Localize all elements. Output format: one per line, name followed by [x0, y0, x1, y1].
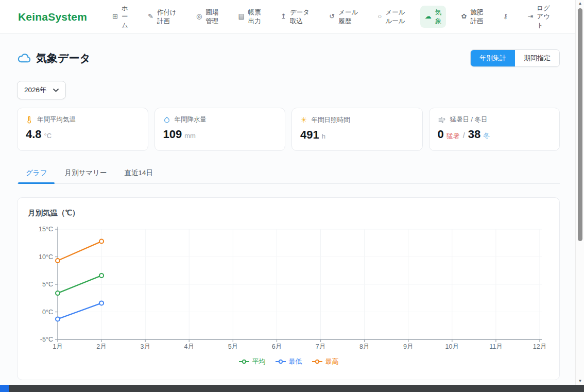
grid-icon: ⊞ [112, 12, 118, 21]
hot-days-value: 0 [438, 128, 444, 141]
nav-item-password-key[interactable]: ⚷ [499, 10, 513, 24]
svg-text:3月: 3月 [140, 343, 150, 350]
svg-text:11月: 11月 [489, 343, 502, 350]
key-icon: ⚷ [503, 12, 508, 21]
legend-item-max[interactable]: 最高 [312, 357, 339, 366]
stat-unit: mm [184, 132, 196, 140]
nav-item-label: 施肥 計画 [470, 8, 483, 25]
cloud-icon: ☁ [425, 12, 432, 21]
map-pin-icon: ◎ [196, 12, 202, 21]
stat-card-annual-avg-temp: 年間平均気温 4.8 °C [17, 108, 148, 151]
tab-recent-14days[interactable]: 直近14日 [115, 164, 162, 183]
chart-title: 月別気温（℃） [28, 208, 549, 218]
cloud-icon [17, 53, 31, 64]
nav-item-mail-rules[interactable]: ○メール ルール [373, 6, 410, 28]
svg-text:1月: 1月 [53, 343, 62, 350]
winter-days-value: 38 [468, 128, 480, 141]
nav-item-label: ログ アウ ト [537, 4, 550, 29]
stat-card-annual-precipitation: 年間降水量 109 mm [154, 108, 286, 151]
legend-marker-icon [275, 359, 286, 364]
pencil-icon: ✎ [148, 12, 153, 21]
stat-unit: h [322, 132, 325, 140]
legend-marker-icon [312, 359, 323, 364]
vertical-scrollbar[interactable]: ▲ ▼ [575, 0, 584, 385]
svg-text:15°C: 15°C [39, 226, 53, 233]
stat-label: 年間降水量 [175, 115, 207, 124]
stat-label: 年間日照時間 [311, 116, 350, 125]
nav-item-mail-history[interactable]: ↺メール 履歴 [324, 6, 363, 28]
stat-card-extreme-days: 猛暑日 / 冬日 0 猛暑 / 38 冬 [429, 108, 560, 151]
monthly-temperature-chart: 15°C10°C5°C0°C-5°C1月2月3月4月5月6月7月8月9月10月1… [28, 224, 549, 355]
scroll-down-arrow-icon[interactable]: ▼ [576, 379, 584, 383]
separator: / [463, 131, 465, 140]
main-nav: ⊞ホ ー ム✎作付け 計画◎圃場 管理▤帳票 出力↥データ 取込↺メール 履歴○… [108, 2, 568, 32]
nav-item-label: 作付け 計画 [157, 8, 177, 25]
svg-text:10月: 10月 [445, 343, 459, 350]
top-nav-bar: KeinaSystem ⊞ホ ー ム✎作付け 計画◎圃場 管理▤帳票 出力↥デー… [0, 0, 575, 34]
nav-item-label: データ 取込 [290, 8, 310, 25]
history-icon: ↺ [329, 12, 335, 21]
logout-icon: ⇥ [527, 12, 533, 21]
nav-item-label: 気 象 [435, 8, 442, 25]
chart-legend: 平均最低最高 [28, 357, 549, 366]
nav-item-planting-plan[interactable]: ✎作付け 計画 [143, 6, 181, 28]
nav-item-label: 圃場 管理 [205, 8, 218, 25]
main-content: 気象データ 年別集計期間指定 2026年 年間平均気温 [0, 34, 575, 380]
toggle-yearly[interactable]: 年別集計 [471, 50, 515, 66]
legend-marker-icon [238, 359, 250, 364]
svg-text:5月: 5月 [228, 343, 238, 350]
wind-icon [438, 116, 446, 124]
svg-text:6月: 6月 [272, 343, 282, 350]
stat-value: 109 [163, 128, 182, 141]
svg-text:4月: 4月 [184, 343, 194, 350]
scroll-up-arrow-icon[interactable]: ▲ [576, 1, 584, 6]
legend-label: 平均 [252, 357, 266, 366]
document-icon: ▤ [238, 12, 245, 21]
nav-item-label: メール ルール [385, 8, 405, 25]
svg-text:0°C: 0°C [42, 309, 53, 316]
svg-text:5°C: 5°C [42, 281, 53, 288]
chart-card: 月別気温（℃） 15°C10°C5°C0°C-5°C1月2月3月4月5月6月7月… [17, 197, 560, 380]
stat-card-annual-sunshine: ☀ 年間日照時間 491 h [291, 108, 423, 151]
circle-icon: ○ [378, 12, 382, 21]
plant-icon: ✿ [461, 12, 467, 21]
toggle-period[interactable]: 期間指定 [515, 50, 559, 66]
stat-value: 491 [300, 128, 319, 142]
horizontal-scrollbar[interactable] [0, 385, 584, 392]
sun-icon: ☀ [300, 115, 307, 125]
nav-item-label: 帳票 出力 [248, 8, 261, 25]
nav-item-label: ホ ー ム [122, 4, 128, 29]
view-toggle: 年別集計期間指定 [470, 49, 560, 67]
year-select[interactable]: 2026年 [17, 81, 66, 99]
app-content: KeinaSystem ⊞ホ ー ム✎作付け 計画◎圃場 管理▤帳票 出力↥デー… [0, 0, 575, 385]
nav-item-home[interactable]: ⊞ホ ー ム [108, 2, 133, 32]
vertical-scrollbar-thumb[interactable] [578, 8, 582, 241]
legend-item-min[interactable]: 最低 [275, 357, 302, 366]
year-select-value: 2026年 [24, 86, 47, 95]
upload-icon: ↥ [281, 12, 286, 21]
stat-unit: °C [44, 132, 52, 140]
tab-monthly-summary[interactable]: 月別サマリー [56, 164, 115, 183]
legend-label: 最低 [289, 357, 302, 366]
scrollbar-corner-accent [0, 385, 9, 392]
tab-bar: グラフ月別サマリー直近14日 [17, 164, 560, 184]
svg-text:9月: 9月 [403, 343, 413, 350]
nav-item-logout[interactable]: ⇥ログ アウ ト [523, 2, 555, 32]
nav-item-fertilization-plan[interactable]: ✿施肥 計画 [456, 6, 488, 28]
tab-graph[interactable]: グラフ [17, 164, 56, 183]
chevron-down-icon [53, 89, 59, 92]
svg-text:12月: 12月 [533, 343, 546, 350]
droplet-icon [163, 116, 170, 124]
nav-item-label: メール 履歴 [338, 8, 358, 25]
nav-item-report-output[interactable]: ▤帳票 出力 [234, 6, 266, 28]
brand-logo[interactable]: KeinaSystem [18, 11, 87, 23]
hot-days-label: 猛暑 [446, 131, 460, 141]
nav-item-data-import[interactable]: ↥データ 取込 [276, 6, 314, 28]
page-title: 気象データ [36, 51, 91, 65]
stat-value: 4.8 [26, 128, 42, 141]
stat-label: 猛暑日 / 冬日 [450, 115, 488, 124]
stat-label: 年間平均気温 [37, 115, 76, 124]
nav-item-weather[interactable]: ☁気 象 [420, 6, 446, 28]
legend-item-avg[interactable]: 平均 [238, 357, 266, 366]
nav-item-field-management[interactable]: ◎圃場 管理 [192, 6, 223, 28]
